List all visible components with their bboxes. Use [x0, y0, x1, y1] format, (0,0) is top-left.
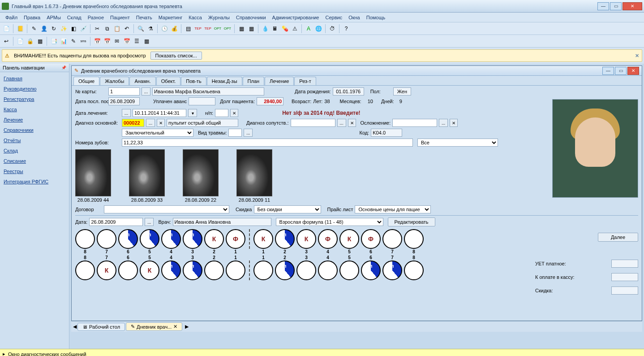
tb-find[interactable]: 🔍 [136, 24, 145, 33]
bottab-desktop[interactable]: 🖥 Рабочий стол [77, 323, 125, 331]
diag-type-select[interactable]: Заключительный [122, 129, 193, 137]
tb-clock2[interactable]: ⏱ [328, 24, 337, 33]
diag-sec-input[interactable] [291, 119, 335, 127]
bottab-diary[interactable]: ✎ Дневник врач... ✕ [126, 322, 182, 331]
tb2-5[interactable]: 📊 [59, 37, 68, 46]
menu-АРМы[interactable]: АРМы [44, 14, 64, 21]
tb2-cal1[interactable]: 📅 [93, 37, 102, 46]
nav-Лечение[interactable]: Лечение [4, 117, 65, 122]
tb2-back[interactable]: ↩ [2, 37, 11, 46]
xray[interactable]: 28.08.2009 33 [129, 149, 165, 203]
tb-ter2[interactable]: TEP [203, 24, 212, 33]
trauma-input[interactable] [228, 129, 242, 137]
show-list-button[interactable]: Показать список... [150, 52, 202, 60]
menu-Окна[interactable]: Окна [346, 14, 363, 21]
tab-Обект.[interactable]: Обект. [156, 77, 181, 85]
tb-warn[interactable]: ⚠ [290, 24, 299, 33]
xray[interactable]: 28.08.2009 11 [236, 149, 272, 203]
tooth[interactable]: п3 [183, 260, 202, 280]
tooth[interactable]: 8 [75, 260, 95, 280]
tab-Общие[interactable]: Общие [73, 77, 99, 85]
tooth[interactable]: 1 [226, 260, 245, 280]
tooth[interactable]: п2 [275, 260, 295, 280]
np-input[interactable] [215, 109, 228, 117]
tab-Незак.Д-зы[interactable]: Незак.Д-зы [207, 77, 242, 85]
diag-bar[interactable]: ▸ Окно диагностических сообщений [0, 349, 644, 356]
tb-globe[interactable]: 🌐 [314, 24, 323, 33]
teeth-input[interactable] [122, 139, 413, 147]
diag-sec-pick[interactable]: ... [337, 119, 346, 127]
pin-icon[interactable]: 📌 [61, 65, 66, 70]
tb-ter1[interactable]: TEP [193, 24, 202, 33]
tab-План[interactable]: План [243, 77, 265, 85]
compl-clear[interactable]: ✕ [450, 119, 458, 127]
nav-Списание[interactable]: Списание [4, 158, 65, 164]
tb-copy[interactable]: ⧉ [103, 24, 112, 33]
menu-Справочники[interactable]: Справочники [233, 14, 269, 21]
maximize-button[interactable]: ▭ [610, 2, 622, 10]
diag-main-pick[interactable]: ... [146, 119, 155, 127]
menu-Разное[interactable]: Разное [85, 14, 107, 21]
next-button[interactable]: Далее [598, 233, 638, 242]
np-clear[interactable]: ✕ [230, 109, 238, 117]
treat-date[interactable] [133, 109, 186, 117]
tooth[interactable]: 4 [318, 260, 338, 280]
tb-font[interactable]: A [304, 24, 313, 33]
expand-icon[interactable]: ▸ [3, 351, 5, 356]
diag-main-clear[interactable]: ✕ [157, 119, 165, 127]
nav-Склад[interactable]: Склад [4, 148, 65, 153]
tb2-6[interactable]: ✎ [69, 37, 78, 46]
minimize-button[interactable]: — [597, 2, 609, 10]
compl-pick[interactable]: ... [439, 119, 448, 127]
tooth[interactable]: К5 [140, 260, 159, 280]
tb2-3[interactable]: ▦ [35, 37, 44, 46]
tb2-list[interactable]: ☰ [132, 37, 141, 46]
tooth[interactable]: К2 [204, 229, 224, 249]
tb-undo[interactable]: ↶ [122, 24, 131, 33]
tooth[interactable]: п4 [161, 229, 181, 249]
sub-close[interactable]: ✕ [627, 67, 639, 75]
tb2-4[interactable]: 📑 [49, 37, 58, 46]
tb-book[interactable]: 📒 [16, 24, 25, 33]
menu-Помощь[interactable]: Помощь [364, 14, 388, 21]
menu-Журналы[interactable]: Журналы [206, 14, 232, 21]
pricelist-select[interactable]: Основные цены для пацие [355, 205, 431, 213]
tb-paste[interactable]: 📋 [112, 24, 121, 33]
tab-scroll-right[interactable]: ▶ [185, 324, 189, 330]
tb-clock[interactable]: 🕓 [160, 24, 169, 33]
treat-date-cal[interactable]: ▾ [188, 109, 197, 117]
menu-Печать[interactable]: Печать [133, 14, 155, 21]
menu-Файл[interactable]: Файл [3, 14, 20, 21]
tb-grid2[interactable]: ▦ [247, 24, 256, 33]
formula-select[interactable]: Взрослая формула (11 - 48) [276, 218, 383, 226]
discount-select[interactable]: Без скидки [254, 205, 321, 213]
card-no-input[interactable] [108, 87, 140, 96]
tb2-cal2[interactable]: 📅 [103, 37, 112, 46]
visit-date-pick[interactable]: ... [145, 218, 154, 226]
tb-money[interactable]: 💰 [170, 24, 179, 33]
tooth[interactable]: Ф4 [318, 229, 338, 249]
tb-opt2[interactable]: OPT [223, 24, 232, 33]
tooth[interactable]: 7 [382, 229, 402, 249]
tb-user[interactable]: 👤 [39, 24, 48, 33]
tb-help[interactable]: ? [342, 24, 351, 33]
tb-new[interactable]: 📄 [2, 24, 11, 33]
tb-doc[interactable]: ▤ [184, 24, 193, 33]
nav-Регистратура[interactable]: Регистратура [4, 96, 65, 102]
visit-date[interactable] [89, 218, 143, 226]
nav-Касса[interactable]: Касса [4, 107, 65, 112]
tab-Пов-ть[interactable]: Пов-ть [181, 77, 206, 85]
tooth[interactable]: 5 [339, 260, 359, 280]
tooth[interactable]: К3 [296, 229, 316, 249]
tb-calc[interactable]: 🖩 [270, 24, 279, 33]
tb-wand[interactable]: ✨ [59, 24, 68, 33]
tooth[interactable]: Ф1 [226, 229, 245, 249]
tb2-grid[interactable]: ▦ [142, 37, 151, 46]
tb-pill[interactable]: 💊 [280, 24, 289, 33]
menu-Склад[interactable]: Склад [64, 14, 84, 21]
diag-main-code[interactable] [122, 119, 144, 127]
tooth[interactable]: п4 [161, 260, 181, 280]
tooth[interactable]: К1 [253, 229, 273, 249]
tb2-cal3[interactable]: 📅 [122, 37, 131, 46]
nav-Справочники[interactable]: Справочники [4, 127, 65, 133]
